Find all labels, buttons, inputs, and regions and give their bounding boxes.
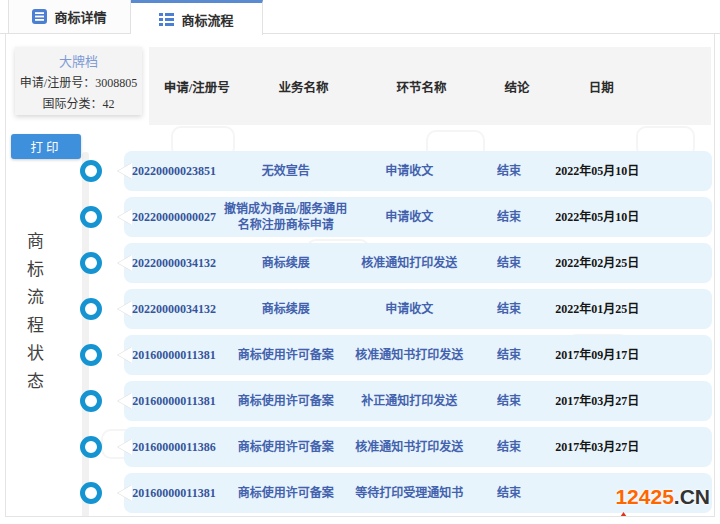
process-row-bubble: 20220000034132商标续展核准通知打印发送结束2022年02月25日 bbox=[124, 243, 712, 283]
registration-number-cell: 20220000000027 bbox=[132, 209, 216, 225]
timeline-node-icon bbox=[80, 160, 102, 182]
registration-number-cell: 20160000011381 bbox=[132, 393, 215, 409]
header-stage-name: 环节名称 bbox=[397, 77, 447, 96]
tab-label: 商标详情 bbox=[54, 7, 106, 26]
date-cell: 2022年05月10日 bbox=[555, 209, 639, 225]
stage-name-cell: 申请收文 bbox=[385, 209, 433, 225]
bubble-pointer-icon bbox=[118, 255, 132, 271]
stage-name-cell: 申请收文 bbox=[385, 301, 433, 317]
stage-name-cell: 核准通知书打印发送 bbox=[355, 439, 463, 455]
date-cell: 2022年05月10日 bbox=[555, 163, 639, 179]
registration-number-cell: 20220000034132 bbox=[132, 301, 216, 317]
trademark-name: 大牌档 bbox=[59, 51, 98, 70]
date-cell: 2017年03月27日 bbox=[555, 439, 639, 455]
result-cell: 结束 bbox=[497, 485, 521, 501]
timeline-node-icon bbox=[80, 482, 102, 504]
timeline-row: 20220000034132商标续展申请收文结束2022年01月25日 bbox=[76, 289, 712, 329]
result-cell: 结束 bbox=[497, 393, 521, 409]
result-cell: 结束 bbox=[497, 209, 521, 225]
bubble-pointer-icon bbox=[118, 301, 132, 317]
table-header: 申请/注册号 业务名称 环节名称 结论 日期 bbox=[149, 47, 711, 125]
timeline-node-icon bbox=[80, 252, 102, 274]
business-name-cell: 商标续展 bbox=[262, 301, 310, 317]
header-registration-number: 申请/注册号 bbox=[164, 77, 230, 96]
print-button[interactable]: 打印 bbox=[11, 134, 81, 159]
timeline-row: 20160000011386商标使用许可备案核准通知书打印发送结束2017年03… bbox=[76, 427, 712, 467]
timeline-row: 20220000034132商标续展核准通知打印发送结束2022年02月25日 bbox=[76, 243, 712, 283]
result-cell: 结束 bbox=[497, 163, 521, 179]
international-class-line: 国际分类：42 bbox=[42, 94, 114, 112]
timeline-row: 20160000011381商标使用许可备案补正通知打印发送结束2017年03月… bbox=[76, 381, 712, 421]
registration-number-cell: 20220000034132 bbox=[132, 255, 216, 271]
process-row-bubble: 20160000011386商标使用许可备案核准通知书打印发送结束2017年03… bbox=[124, 427, 712, 467]
trademark-process-panel: 大牌档 申请/注册号：3008805 国际分类：42 申请/注册号 业务名称 环… bbox=[5, 34, 715, 517]
result-cell: 结束 bbox=[497, 347, 521, 363]
timeline-node-icon bbox=[80, 206, 102, 228]
process-timeline: 20220000023851无效宣告申请收文结束2022年05月10日20220… bbox=[76, 151, 712, 513]
tab-trademark-process[interactable]: 商标流程 bbox=[131, 0, 263, 35]
stage-name-cell: 等待打印受理通知书 bbox=[355, 485, 463, 501]
date-cell: 2017年09月17日 bbox=[555, 347, 639, 363]
business-name-cell: 商标使用许可备案 bbox=[238, 347, 334, 363]
timeline-row: 20220000000027撤销成为商品/服务通用名称注册商标申请申请收文结束2… bbox=[76, 197, 712, 237]
bubble-pointer-icon bbox=[118, 347, 132, 363]
header-date: 日期 bbox=[589, 77, 614, 96]
list-icon bbox=[159, 12, 174, 27]
header-business-name: 业务名称 bbox=[279, 77, 329, 96]
stage-name-cell: 补正通知打印发送 bbox=[361, 393, 457, 409]
document-icon bbox=[32, 9, 47, 24]
result-cell: 结束 bbox=[497, 255, 521, 271]
process-row-bubble: 20220000023851无效宣告申请收文结束2022年05月10日 bbox=[124, 151, 712, 191]
stage-name-cell: 核准通知书打印发送 bbox=[355, 347, 463, 363]
tab-bar: 商标详情 商标流程 bbox=[0, 0, 720, 34]
timeline-node-icon bbox=[80, 436, 102, 458]
trademark-summary-card: 大牌档 申请/注册号：3008805 国际分类：42 bbox=[15, 47, 142, 115]
business-name-cell: 撤销成为商品/服务通用名称注册商标申请 bbox=[224, 201, 347, 233]
result-cell: 结束 bbox=[497, 301, 521, 317]
date-cell: 2022年02月25日 bbox=[555, 255, 639, 271]
registration-number-cell: 20160000011381 bbox=[132, 485, 215, 501]
timeline-row: 20160000011381商标使用许可备案核准通知书打印发送结束2017年09… bbox=[76, 335, 712, 375]
tab-trademark-details[interactable]: 商标详情 bbox=[8, 0, 131, 33]
business-name-cell: 无效宣告 bbox=[262, 163, 310, 179]
watermark-number: 12425 bbox=[615, 485, 673, 508]
bubble-pointer-icon bbox=[118, 209, 132, 225]
process-status-side-label: 商标流程状态 bbox=[21, 232, 46, 400]
business-name-cell: 商标使用许可备案 bbox=[238, 439, 334, 455]
bubble-pointer-icon bbox=[118, 485, 132, 501]
registration-number-cell: 20220000023851 bbox=[132, 163, 216, 179]
process-row-bubble: 20160000011381商标使用许可备案补正通知打印发送结束2017年03月… bbox=[124, 381, 712, 421]
stage-name-cell: 申请收文 bbox=[385, 163, 433, 179]
bubble-pointer-icon bbox=[118, 439, 132, 455]
timeline-node-icon bbox=[80, 344, 102, 366]
tab-label: 商标流程 bbox=[181, 10, 233, 29]
watermark: 12425.CN bbox=[615, 485, 710, 509]
bubble-pointer-icon bbox=[118, 393, 132, 409]
date-cell: 2022年01月25日 bbox=[555, 301, 639, 317]
registration-number-line: 申请/注册号：3008805 bbox=[20, 73, 137, 91]
timeline-node-icon bbox=[80, 390, 102, 412]
timeline-row: 20220000023851无效宣告申请收文结束2022年05月10日 bbox=[76, 151, 712, 191]
timeline-node-icon bbox=[80, 298, 102, 320]
registration-number-cell: 20160000011386 bbox=[132, 439, 215, 455]
watermark-suffix: .CN bbox=[674, 485, 710, 508]
header-result: 结论 bbox=[505, 77, 530, 96]
business-name-cell: 商标续展 bbox=[262, 255, 310, 271]
business-name-cell: 商标使用许可备案 bbox=[238, 393, 334, 409]
process-row-bubble: 20220000000027撤销成为商品/服务通用名称注册商标申请申请收文结束2… bbox=[124, 197, 712, 237]
registration-number-cell: 20160000011381 bbox=[132, 347, 215, 363]
result-cell: 结束 bbox=[497, 439, 521, 455]
process-row-bubble: 20160000011381商标使用许可备案核准通知书打印发送结束2017年09… bbox=[124, 335, 712, 375]
process-row-bubble: 20220000034132商标续展申请收文结束2022年01月25日 bbox=[124, 289, 712, 329]
bubble-pointer-icon bbox=[118, 163, 132, 179]
stage-name-cell: 核准通知打印发送 bbox=[361, 255, 457, 271]
business-name-cell: 商标使用许可备案 bbox=[238, 485, 334, 501]
date-cell: 2017年03月27日 bbox=[555, 393, 639, 409]
